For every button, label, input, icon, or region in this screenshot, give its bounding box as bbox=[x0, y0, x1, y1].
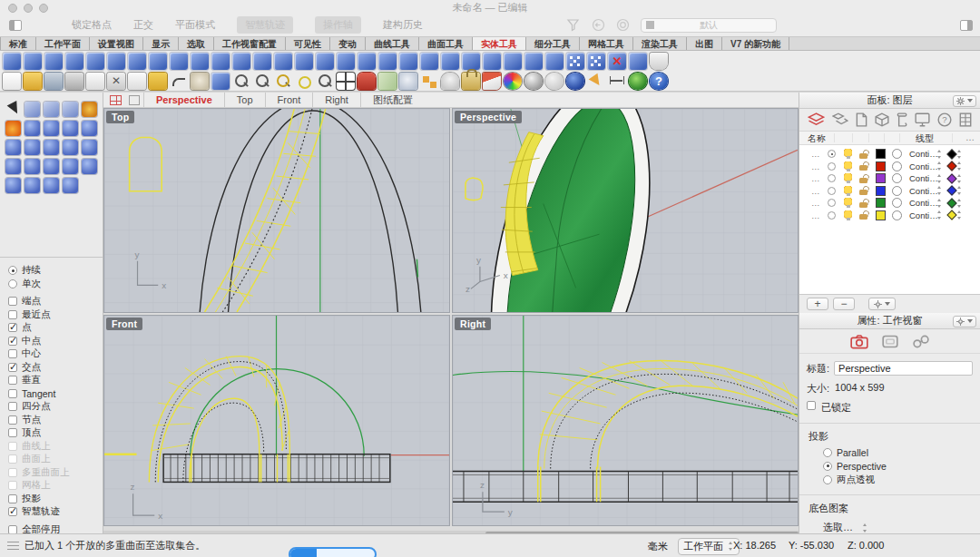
help-icon[interactable] bbox=[650, 73, 668, 90]
truncated-pyramid-icon[interactable] bbox=[5, 159, 21, 174]
fullscreen-icon[interactable] bbox=[39, 4, 48, 13]
cone-icon[interactable] bbox=[44, 140, 59, 155]
checkbox-四分点[interactable]: 四分点 bbox=[0, 400, 103, 414]
polyhedron-icon[interactable] bbox=[63, 178, 78, 193]
orbit-icon[interactable] bbox=[399, 73, 417, 90]
layer-current-radio[interactable] bbox=[828, 174, 836, 182]
layer-color-swatch[interactable] bbox=[876, 161, 886, 171]
minimize-icon[interactable] bbox=[24, 4, 33, 13]
move-points-icon[interactable] bbox=[24, 102, 40, 117]
single-viewport-icon[interactable] bbox=[129, 95, 140, 105]
tab-细分工具[interactable]: 细分工具 bbox=[526, 37, 580, 50]
flatten-object-icon[interactable] bbox=[63, 102, 78, 117]
copy-icon[interactable] bbox=[128, 73, 146, 90]
explode-star-icon[interactable] bbox=[82, 102, 97, 117]
checkbox-端点[interactable]: 端点 bbox=[0, 295, 103, 308]
tab-V7 的新功能[interactable]: V7 的新功能 bbox=[722, 37, 789, 50]
layer-material-icon[interactable] bbox=[892, 210, 902, 220]
layers-tab-icon[interactable] bbox=[808, 112, 825, 127]
layer-row[interactable]: …Conti… bbox=[799, 148, 980, 161]
layer-color-swatch[interactable] bbox=[876, 210, 886, 220]
tab-工作平面[interactable]: 工作平面 bbox=[36, 37, 90, 50]
cursor-cone-icon[interactable] bbox=[587, 73, 605, 90]
units-button[interactable]: 毫米 bbox=[648, 540, 668, 553]
boolean-split-icon[interactable] bbox=[65, 53, 83, 70]
panel-cube-2-icon[interactable] bbox=[524, 53, 543, 70]
record-icon[interactable] bbox=[616, 18, 630, 32]
tab-工作视窗配置[interactable]: 工作视窗配置 bbox=[214, 37, 286, 50]
links-tab-icon[interactable] bbox=[912, 334, 930, 349]
layer-current-radio[interactable] bbox=[828, 187, 836, 195]
group-cubes-icon[interactable] bbox=[629, 53, 647, 70]
four-viewports-icon[interactable] bbox=[110, 95, 122, 105]
tab-网格工具[interactable]: 网格工具 bbox=[580, 37, 633, 50]
radio-单次[interactable]: 单次 bbox=[0, 278, 103, 291]
checkbox-icon[interactable] bbox=[8, 323, 17, 332]
radio-icon[interactable] bbox=[8, 279, 17, 288]
panel-cube-icon[interactable] bbox=[462, 53, 480, 70]
layer-color-swatch[interactable] bbox=[876, 198, 886, 208]
bulb-icon[interactable] bbox=[844, 161, 852, 171]
torus-icon[interactable] bbox=[63, 159, 78, 174]
ellipsoid-icon[interactable] bbox=[5, 140, 21, 155]
radio-持续[interactable]: 持续 bbox=[0, 264, 103, 278]
checkbox-icon[interactable] bbox=[8, 310, 17, 319]
paraboloid-icon[interactable] bbox=[24, 140, 40, 155]
move-face-icon[interactable] bbox=[358, 53, 376, 70]
viewport-title-input[interactable] bbox=[834, 361, 973, 376]
tab-显示[interactable]: 显示 bbox=[143, 37, 179, 50]
layer-material-icon[interactable] bbox=[892, 161, 902, 171]
layer-linetype[interactable]: Conti… bbox=[909, 149, 936, 159]
extrude-solid-icon[interactable] bbox=[211, 53, 230, 70]
checkbox-icon[interactable] bbox=[8, 507, 17, 516]
checkbox-icon[interactable] bbox=[8, 337, 17, 346]
extrude-face-both-icon[interactable] bbox=[316, 53, 334, 70]
lock-icon[interactable] bbox=[859, 150, 868, 159]
bend-object-icon[interactable] bbox=[44, 102, 59, 117]
lock-icon[interactable] bbox=[859, 210, 868, 220]
checkbox-icon[interactable] bbox=[8, 363, 17, 372]
radio-icon[interactable] bbox=[823, 475, 832, 484]
extrusion-box-icon[interactable] bbox=[24, 178, 40, 193]
checkbox-智慧轨迹[interactable]: 智慧轨迹 bbox=[0, 505, 103, 519]
extrude-face-icon[interactable] bbox=[295, 53, 313, 70]
lock-icon[interactable] bbox=[462, 73, 480, 90]
tab-变动[interactable]: 变动 bbox=[330, 37, 366, 50]
tab-Perspective[interactable]: Perspective bbox=[143, 93, 224, 107]
cylinder-icon[interactable] bbox=[24, 159, 40, 174]
viewport-right[interactable]: z y Right bbox=[452, 315, 799, 526]
checkbox-icon[interactable] bbox=[8, 402, 17, 411]
radio-Perspective[interactable]: Perspective bbox=[799, 459, 980, 473]
layer-current-radio[interactable] bbox=[828, 150, 836, 158]
cplane-dropdown[interactable]: 工作平面 bbox=[678, 538, 740, 555]
cube-cluster-icon[interactable] bbox=[191, 53, 209, 70]
viewport-label[interactable]: Perspective bbox=[455, 111, 522, 123]
checkbox-垂直[interactable]: 垂直 bbox=[0, 374, 103, 387]
stepper-icon[interactable] bbox=[936, 161, 943, 171]
shell-solid-icon[interactable] bbox=[128, 53, 146, 70]
layers-settings-button[interactable] bbox=[868, 298, 896, 310]
tab-出图[interactable]: 出图 bbox=[687, 37, 722, 50]
lock-icon[interactable] bbox=[859, 161, 868, 171]
checkbox-icon[interactable] bbox=[8, 428, 17, 437]
add-layer-button[interactable]: + bbox=[807, 298, 828, 310]
layers-gear-button[interactable] bbox=[953, 95, 976, 107]
constraint-points-icon[interactable] bbox=[420, 73, 438, 90]
cut-icon[interactable] bbox=[107, 73, 125, 90]
sublayers-tab-icon[interactable] bbox=[832, 112, 848, 127]
pyramid-icon[interactable] bbox=[82, 140, 97, 155]
checkbox-icon[interactable] bbox=[8, 494, 17, 503]
edge-cube-icon[interactable] bbox=[378, 53, 397, 70]
notes-tab-icon[interactable] bbox=[856, 112, 867, 127]
viewport-label[interactable]: Front bbox=[106, 318, 142, 330]
wave-cube-icon[interactable] bbox=[441, 53, 459, 70]
checkbox-顶点[interactable]: 顶点 bbox=[0, 426, 103, 440]
checkbox-icon[interactable] bbox=[8, 389, 17, 398]
layer-color-swatch[interactable] bbox=[876, 149, 886, 159]
viewport-label[interactable]: Right bbox=[455, 318, 491, 330]
history-back-icon[interactable] bbox=[592, 18, 605, 32]
stack-surfaces-icon[interactable] bbox=[149, 53, 167, 70]
checkbox-投影[interactable]: 投影 bbox=[0, 493, 103, 506]
help-tab-icon[interactable]: ? bbox=[937, 112, 952, 127]
stepper-icon[interactable] bbox=[956, 210, 963, 220]
